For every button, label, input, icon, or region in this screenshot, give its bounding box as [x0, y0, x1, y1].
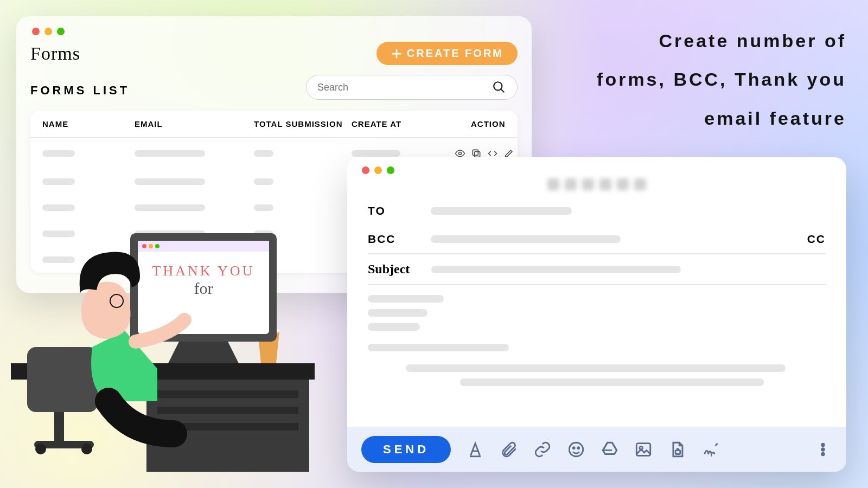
col-name: NAME: [42, 119, 135, 129]
attach-icon[interactable]: [500, 440, 518, 459]
skeleton-cell: [254, 256, 273, 263]
headline-line: forms, BCC, Thank you: [564, 60, 846, 99]
svg-rect-3: [473, 150, 478, 155]
signature-icon[interactable]: [701, 440, 720, 459]
bcc-row: BCC CC: [368, 225, 826, 254]
col-email: EMAIL: [135, 119, 254, 129]
emoji-icon[interactable]: [567, 440, 585, 459]
window-traffic-lights: [362, 166, 833, 174]
skeleton-cell: [254, 230, 273, 237]
skeleton-cell: [42, 230, 75, 237]
skeleton-cell: [42, 150, 75, 157]
send-label: SEND: [383, 442, 429, 456]
svg-point-11: [573, 447, 575, 449]
create-form-button[interactable]: CREATE FORM: [376, 42, 518, 65]
drive-icon[interactable]: [601, 440, 619, 459]
headline-line: Create number of: [564, 22, 846, 60]
close-dot-icon[interactable]: [362, 166, 369, 174]
bcc-label: BCC: [368, 233, 409, 246]
svg-rect-23: [157, 423, 298, 431]
image-icon[interactable]: [634, 440, 653, 459]
svg-point-18: [822, 453, 825, 455]
search-input-wrap[interactable]: [306, 75, 518, 100]
svg-rect-2: [475, 152, 480, 157]
maximize-dot-icon[interactable]: [57, 28, 65, 35]
svg-point-1: [459, 152, 462, 155]
mail-footer: SEND: [347, 427, 846, 472]
subject-label: Subject: [368, 262, 410, 277]
link-icon[interactable]: [533, 440, 552, 459]
minimize-dot-icon[interactable]: [374, 166, 382, 174]
search-input[interactable]: [317, 82, 469, 93]
svg-point-34: [81, 444, 92, 454]
skeleton-cell: [254, 204, 273, 211]
svg-point-17: [822, 448, 825, 451]
to-label: TO: [368, 204, 409, 217]
col-total-submission: TOTAL SUBMISSION: [254, 119, 352, 129]
skeleton-cell: [135, 178, 205, 185]
blurred-header-icons: [360, 178, 833, 190]
svg-rect-32: [54, 412, 64, 445]
skeleton-cell: [254, 150, 273, 157]
skeleton-cell: [42, 178, 75, 185]
maximize-dot-icon[interactable]: [387, 166, 394, 174]
skeleton-cell: [42, 204, 75, 211]
skeleton-cell: [42, 256, 75, 263]
skeleton-cell: [135, 256, 205, 263]
minimize-dot-icon[interactable]: [44, 28, 52, 35]
window-traffic-lights: [32, 28, 518, 35]
plus-icon: [391, 48, 403, 60]
skeleton-cell: [135, 230, 205, 237]
subject-field[interactable]: [431, 266, 681, 273]
svg-rect-21: [157, 390, 298, 398]
svg-rect-31: [27, 347, 98, 412]
table-header: NAME EMAIL TOTAL SUBMISSION CREATE AT AC…: [30, 111, 518, 138]
svg-rect-22: [157, 407, 298, 414]
col-action: ACTION: [455, 119, 506, 129]
forms-list-heading: FORMS LIST: [30, 84, 130, 98]
forms-title: Forms: [30, 43, 80, 64]
bcc-field[interactable]: [431, 235, 621, 243]
svg-rect-13: [636, 444, 650, 456]
text-style-icon[interactable]: [466, 440, 484, 459]
svg-point-24: [258, 328, 279, 334]
headline: Create number of forms, BCC, Thank you e…: [564, 22, 846, 138]
svg-point-16: [822, 444, 825, 446]
to-row: TO: [368, 197, 826, 225]
cc-label[interactable]: CC: [807, 233, 826, 246]
close-dot-icon[interactable]: [32, 28, 40, 35]
svg-point-33: [35, 444, 46, 454]
svg-point-10: [569, 442, 583, 457]
create-form-label: CREATE FORM: [407, 47, 503, 60]
send-button[interactable]: SEND: [361, 436, 451, 463]
compose-mail-window: TO BCC CC Subject SEND: [347, 157, 846, 472]
headline-line: email feature: [564, 99, 846, 138]
search-icon: [492, 80, 506, 94]
svg-rect-20: [146, 380, 309, 472]
more-icon[interactable]: [814, 440, 832, 459]
skeleton-cell: [254, 178, 273, 185]
skeleton-cell: [135, 150, 205, 157]
svg-rect-19: [11, 363, 315, 380]
lock-file-icon[interactable]: [668, 440, 686, 459]
col-create-at: CREATE AT: [352, 119, 455, 129]
to-field[interactable]: [431, 207, 572, 215]
svg-point-35: [110, 294, 123, 307]
skeleton-cell: [352, 150, 400, 157]
mail-body-area[interactable]: [368, 285, 826, 386]
svg-rect-15: [675, 450, 680, 454]
skeleton-cell: [135, 204, 205, 211]
svg-point-12: [578, 447, 579, 449]
subject-row: Subject: [368, 254, 826, 285]
